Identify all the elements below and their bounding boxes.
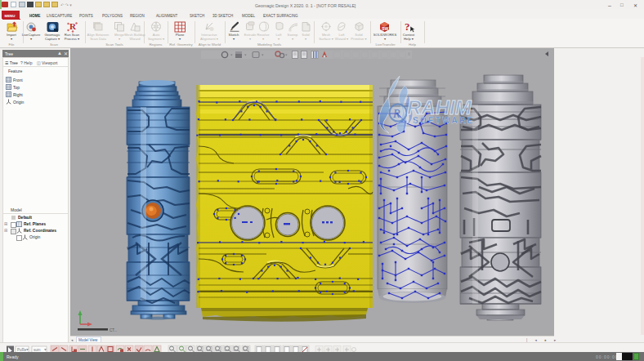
svg-text:R: R: [392, 108, 400, 120]
svg-text:RAHIM: RAHIM: [407, 96, 472, 118]
svg-text:?: ?: [405, 20, 410, 33]
svg-text:SOFTWARE: SOFTWARE: [413, 116, 475, 125]
svg-text:SW: SW: [382, 26, 388, 31]
svg-text:CT...: CT...: [110, 328, 117, 332]
